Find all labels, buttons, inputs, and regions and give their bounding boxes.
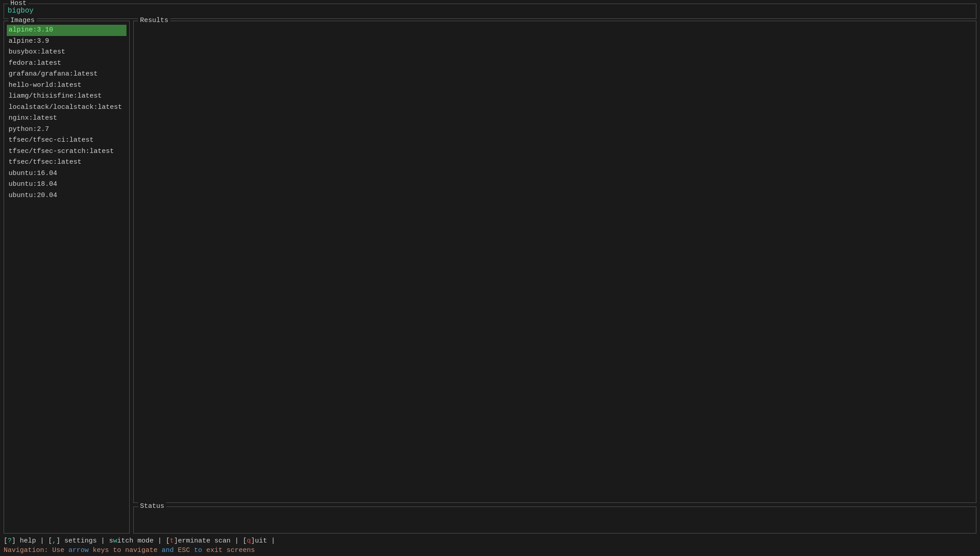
help-bracket-close: ] [12, 537, 16, 545]
right-panels: Results Status [133, 21, 976, 534]
image-item[interactable]: grafana/grafana:latest [7, 69, 126, 80]
settings-key: , [52, 537, 56, 545]
image-item[interactable]: alpine:3.10 [7, 25, 126, 36]
image-item[interactable]: ubuntu:20.04 [7, 190, 126, 202]
switch-key: w [113, 537, 117, 545]
nav-suffix: exit screens [202, 547, 255, 554]
settings-label: settings | s [60, 537, 113, 545]
image-item[interactable]: ubuntu:18.04 [7, 179, 126, 190]
nav-middle1: keys to navigate [89, 547, 162, 554]
image-item[interactable]: python:2.7 [7, 124, 126, 135]
terminate-bracket-close: ] [174, 537, 178, 545]
settings-bracket-open: [ [48, 537, 52, 545]
image-item[interactable]: localstack/localstack:latest [7, 102, 126, 113]
help-key: ? [8, 537, 12, 545]
main-content: Images alpine:3.10alpine:3.9busybox:late… [4, 21, 976, 534]
bottom-bar: [?] help | [,] settings | switch mode | … [0, 534, 980, 556]
nav-to: to [194, 547, 202, 554]
quit-bracket-close: ] [251, 537, 255, 545]
image-item[interactable]: nginx:latest [7, 113, 126, 124]
image-item[interactable]: liamg/thisisfine:latest [7, 91, 126, 102]
quit-bracket-open: [ [243, 537, 247, 545]
nav-middle2: ESC [174, 547, 194, 554]
image-item[interactable]: tfsec/tfsec-scratch:latest [7, 146, 126, 157]
terminate-bracket-open: [ [166, 537, 170, 545]
image-item[interactable]: fedora:latest [7, 58, 126, 69]
image-item[interactable]: alpine:3.9 [7, 36, 126, 47]
host-label: Host [9, 0, 28, 7]
shortcuts-line: [?] help | [,] settings | switch mode | … [4, 537, 976, 545]
results-panel: Results [133, 21, 976, 503]
nav-and: and [162, 547, 174, 554]
image-item[interactable]: busybox:latest [7, 47, 126, 58]
settings-bracket-close: ] [56, 537, 60, 545]
status-content [134, 507, 976, 514]
images-list[interactable]: alpine:3.10alpine:3.9busybox:latestfedor… [4, 21, 129, 533]
host-name: bigboy [8, 6, 972, 15]
nav-arrow: arrow [68, 547, 89, 554]
terminate-label: erminate scan | [178, 537, 243, 545]
help-bracket-open: [ [4, 537, 8, 545]
image-item[interactable]: tfsec/tfsec-ci:latest [7, 135, 126, 146]
images-label: Images [9, 17, 36, 24]
help-label: help | [16, 537, 48, 545]
quit-label: uit | [255, 537, 275, 545]
images-panel: Images alpine:3.10alpine:3.9busybox:late… [4, 21, 130, 534]
quit-key: q [247, 537, 251, 545]
status-panel: Status [133, 507, 976, 534]
image-item[interactable]: hello-world:latest [7, 80, 126, 91]
status-label: Status [138, 502, 166, 510]
navigation-line: Navigation: Use arrow keys to navigate a… [4, 547, 976, 554]
results-label: Results [138, 17, 170, 24]
terminate-key: t [170, 537, 174, 545]
image-item[interactable]: ubuntu:16.04 [7, 168, 126, 179]
results-content [134, 21, 976, 502]
nav-prefix: Navigation: Use [4, 547, 68, 554]
switch-label: itch mode | [117, 537, 166, 545]
image-item[interactable]: tfsec/tfsec:latest [7, 157, 126, 168]
